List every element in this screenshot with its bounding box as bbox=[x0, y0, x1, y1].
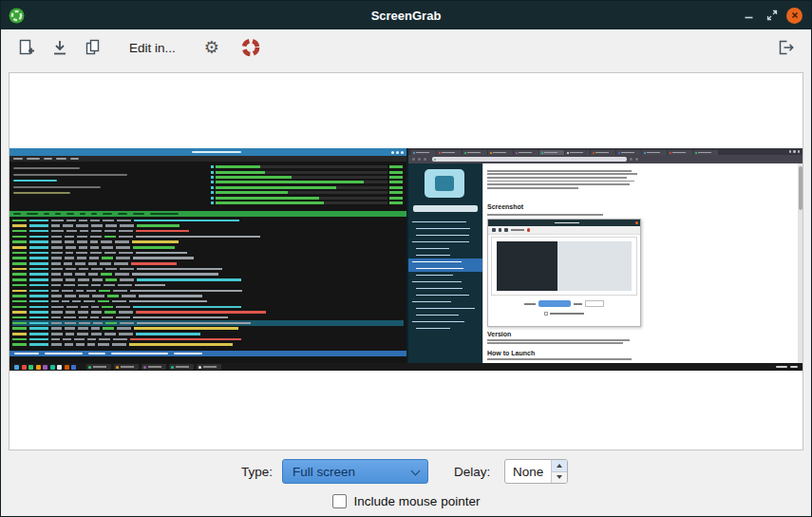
col-deco bbox=[51, 273, 61, 276]
meter-fill bbox=[216, 171, 265, 174]
about-button[interactable] bbox=[236, 33, 265, 62]
col-deco bbox=[51, 300, 59, 303]
menu-item-deco bbox=[56, 158, 66, 160]
taskbar-window-title bbox=[121, 366, 134, 368]
titlebar[interactable]: ScreenGrab bbox=[1, 1, 811, 29]
cpu-deco bbox=[105, 278, 117, 281]
col-deco bbox=[65, 343, 73, 346]
col-deco bbox=[63, 338, 71, 341]
spinner-up-button[interactable] bbox=[552, 460, 567, 472]
column-header-deco bbox=[13, 213, 21, 216]
screenshot-preview: Screenshot bbox=[9, 148, 803, 371]
chevron-down-icon bbox=[557, 475, 562, 479]
taskbar-window-title bbox=[93, 366, 106, 368]
text-deco bbox=[487, 342, 623, 344]
term-text-deco bbox=[13, 192, 70, 194]
mini-preview-area bbox=[491, 237, 637, 296]
time-deco bbox=[119, 333, 133, 335]
favicon bbox=[490, 152, 492, 154]
new-screenshot-icon bbox=[17, 38, 36, 57]
cpu-deco bbox=[101, 273, 112, 276]
term-text-deco bbox=[13, 186, 101, 188]
col-deco bbox=[65, 236, 74, 239]
col-deco bbox=[79, 295, 89, 297]
col-deco bbox=[64, 273, 72, 276]
copy-button[interactable] bbox=[79, 33, 107, 62]
taskbar-window-title bbox=[176, 366, 189, 368]
command-deco bbox=[135, 284, 165, 287]
taskbar-window-button bbox=[142, 364, 166, 370]
include-pointer-checkbox[interactable] bbox=[332, 494, 347, 508]
mini-type-combo bbox=[538, 300, 571, 307]
tab-title-deco bbox=[442, 152, 455, 154]
include-pointer-label[interactable]: Include mouse pointer bbox=[354, 494, 481, 508]
pid-deco bbox=[12, 316, 27, 319]
command-deco bbox=[134, 220, 239, 222]
taskbar-icon bbox=[43, 365, 47, 370]
maximize-button[interactable] bbox=[764, 8, 780, 24]
toolbar: Edit in... ⚙ bbox=[1, 29, 811, 66]
col-deco bbox=[51, 224, 60, 227]
link-text-deco bbox=[416, 275, 453, 277]
status-deco bbox=[88, 353, 105, 355]
time-deco bbox=[119, 236, 133, 239]
cpu-deco bbox=[107, 295, 119, 297]
pid-deco bbox=[12, 300, 27, 303]
bookmark-icon bbox=[635, 158, 638, 161]
column-header-deco bbox=[118, 213, 127, 216]
close-button[interactable] bbox=[786, 8, 803, 24]
time-deco bbox=[116, 246, 130, 249]
cpu-deco bbox=[102, 316, 113, 319]
pid-deco bbox=[12, 236, 27, 239]
term-text-deco bbox=[13, 167, 80, 169]
col-deco bbox=[80, 230, 88, 233]
col-deco bbox=[62, 300, 69, 303]
cpu-deco bbox=[102, 257, 113, 259]
mini-titlebar bbox=[488, 220, 640, 226]
col-deco bbox=[66, 278, 75, 281]
command-deco bbox=[133, 306, 241, 309]
browser-tab bbox=[539, 150, 564, 155]
tab-title-deco bbox=[493, 152, 506, 154]
screengrab-window: ScreenGrab bbox=[0, 0, 812, 517]
tab-title-deco bbox=[621, 152, 634, 154]
link-text-deco bbox=[416, 235, 469, 237]
back-icon bbox=[412, 158, 415, 161]
col-deco bbox=[91, 333, 102, 335]
tab-title-deco bbox=[570, 152, 583, 154]
col-deco bbox=[91, 268, 103, 271]
text-deco bbox=[487, 214, 603, 216]
settings-button[interactable]: ⚙ bbox=[198, 33, 226, 62]
save-button[interactable] bbox=[46, 33, 74, 62]
time-deco bbox=[120, 322, 134, 325]
col-deco bbox=[51, 290, 59, 293]
spinner-down-button[interactable] bbox=[552, 472, 567, 484]
meter-fill bbox=[216, 181, 364, 183]
user-deco bbox=[29, 333, 48, 335]
sidebar-toc-link bbox=[408, 252, 482, 258]
time-deco bbox=[119, 252, 133, 255]
user-deco bbox=[29, 230, 48, 233]
quit-button[interactable] bbox=[771, 33, 800, 62]
command-deco bbox=[136, 236, 260, 239]
time-deco bbox=[116, 257, 130, 259]
link-text-deco bbox=[412, 301, 451, 303]
col-deco bbox=[66, 333, 74, 335]
col-deco bbox=[66, 311, 75, 314]
command-deco bbox=[129, 343, 233, 346]
capture-type-select[interactable]: Full screen bbox=[282, 459, 428, 484]
col-deco bbox=[51, 316, 61, 319]
sidebar-toc-list bbox=[408, 219, 482, 332]
col-deco bbox=[65, 295, 76, 297]
col-deco bbox=[79, 246, 87, 249]
cpu-deco bbox=[99, 290, 110, 293]
col-deco bbox=[51, 284, 61, 287]
mini-toolbar bbox=[488, 226, 640, 235]
urlbar-deco bbox=[432, 157, 627, 162]
cpu-deco bbox=[102, 246, 113, 249]
new-screenshot-button[interactable] bbox=[12, 33, 41, 62]
page-heading-screenshot: Screenshot bbox=[487, 203, 523, 211]
delay-spinner[interactable]: None bbox=[504, 459, 568, 484]
minimize-button[interactable] bbox=[741, 8, 757, 24]
edit-in-button[interactable]: Edit in... bbox=[120, 33, 185, 62]
